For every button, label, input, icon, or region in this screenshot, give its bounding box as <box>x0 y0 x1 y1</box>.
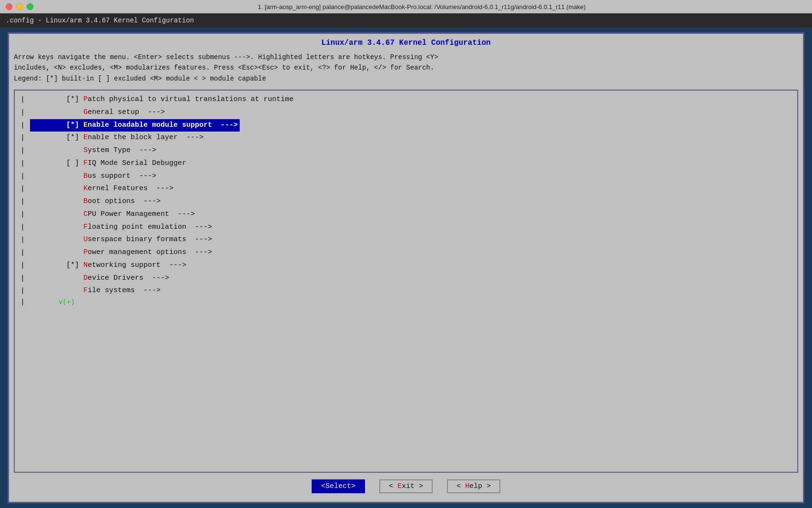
maximize-button[interactable] <box>27 3 33 10</box>
dialog-box: Linux/arm 3.4.67 Kernel Configuration Ar… <box>8 32 804 503</box>
list-item[interactable]: | CPU Power Management ---> <box>15 208 797 221</box>
list-item[interactable]: | General setup ---> <box>15 106 797 119</box>
pipe: | <box>20 298 30 306</box>
pipe: | <box>20 109 30 117</box>
list-item[interactable]: | Kernel Features ---> <box>15 183 797 195</box>
menu-item-content: Boot options ---> <box>30 195 162 208</box>
menu-item-content: Userspace binary formats ---> <box>30 234 214 246</box>
list-item[interactable]: | [*] Enable the block layer ---> <box>15 132 797 144</box>
pipe: | <box>20 122 30 130</box>
menu-item-content: [*] Enable the block layer ---> <box>30 132 205 144</box>
list-item[interactable]: | [ ] FIQ Mode Serial Debugger <box>15 157 797 170</box>
instruction-line-1: Arrow keys navigate the menu. <Enter> se… <box>14 52 798 62</box>
menu-item-content: CPU Power Management ---> <box>30 208 197 221</box>
pipe: | <box>20 134 30 142</box>
pipe: | <box>20 249 30 257</box>
help-hotkey: H <box>465 482 469 490</box>
button-row: <Select> < Exit > < Help > <box>14 473 798 497</box>
menu-item-content: Device Drivers ---> <box>30 272 171 285</box>
menu-item-content: [*] Patch physical to virtual translatio… <box>30 93 295 106</box>
menu-item-content: Power management options ---> <box>30 246 214 259</box>
menu-status: v(+) <box>30 297 75 307</box>
list-item[interactable]: | Power management options ---> <box>15 246 797 259</box>
menu-item-content: Floating point emulation ---> <box>30 221 214 234</box>
list-item[interactable]: | Bus support ---> <box>15 170 797 183</box>
list-item[interactable]: | Boot options ---> <box>15 195 797 208</box>
menu-item-content: [ ] FIQ Mode Serial Debugger <box>30 157 188 170</box>
close-button[interactable] <box>6 3 12 10</box>
menu-item-content: File systems ---> <box>30 284 162 297</box>
exit-button[interactable]: < Exit > <box>379 479 433 493</box>
pipe: | <box>20 185 30 193</box>
menu-item-content: Kernel Features ---> <box>30 183 175 195</box>
window-title: 1. [arm-aosp_arm-eng] palance@palancedeM… <box>37 3 806 10</box>
instruction-line-3: Legend: [*] built-in [ ] excluded <M> mo… <box>14 73 798 84</box>
help-button[interactable]: < Help > <box>447 479 500 493</box>
list-item-highlighted[interactable]: | [*] Enable loadable module support ---… <box>15 119 797 132</box>
menu-item-selected: [*] Enable loadable module support ---> <box>30 119 240 132</box>
menu-item-content: [*] Networking support ---> <box>30 259 188 272</box>
list-item[interactable]: | Userspace binary formats ---> <box>15 234 797 246</box>
list-item[interactable]: | [*] Networking support ---> <box>15 259 797 272</box>
list-item[interactable]: | System Type ---> <box>15 144 797 157</box>
menu-item-content: Bus support ---> <box>30 170 158 183</box>
pipe: | <box>20 224 30 232</box>
list-item[interactable]: | [*] Patch physical to virtual translat… <box>15 93 797 106</box>
select-button[interactable]: <Select> <box>312 479 365 493</box>
dialog-title: Linux/arm 3.4.67 Kernel Configuration <box>14 39 798 47</box>
pipe: | <box>20 198 30 206</box>
pipe: | <box>20 274 30 283</box>
minimize-button[interactable] <box>16 3 23 10</box>
list-item[interactable]: | File systems ---> <box>15 284 797 297</box>
list-item[interactable]: | Floating point emulation ---> <box>15 221 797 234</box>
pipe: | <box>20 173 30 181</box>
pipe: | <box>20 147 30 155</box>
tab-bar: .config - Linux/arm 3.4.67 Kernel Config… <box>0 13 812 28</box>
title-bar: 1. [arm-aosp_arm-eng] palance@palancedeM… <box>0 0 812 13</box>
pipe: | <box>20 287 30 295</box>
menu-item-content: System Type ---> <box>30 144 158 157</box>
pipe: | <box>20 236 30 244</box>
menu-item-content: General setup ---> <box>30 106 167 119</box>
pipe: | <box>20 96 30 104</box>
instruction-line-2: includes, <N> excludes, <M> modularizes … <box>14 62 798 73</box>
list-item[interactable]: | Device Drivers ---> <box>15 272 797 285</box>
exit-hotkey: E <box>397 482 402 490</box>
pipe: | <box>20 211 30 219</box>
terminal-body: Linux/arm 3.4.67 Kernel Configuration Ar… <box>0 28 812 508</box>
list-item: | v(+) <box>15 297 797 307</box>
pipe: | <box>20 262 30 270</box>
menu-area[interactable]: | [*] Patch physical to virtual translat… <box>14 90 798 473</box>
instructions: Arrow keys navigate the menu. <Enter> se… <box>14 52 798 84</box>
tab-label: .config - Linux/arm 3.4.67 Kernel Config… <box>6 17 194 24</box>
pipe: | <box>20 160 30 168</box>
